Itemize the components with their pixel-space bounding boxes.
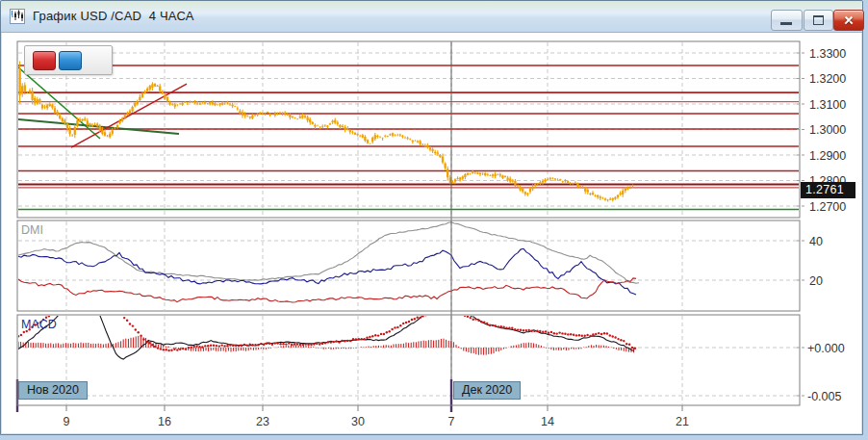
macd-signal-dot	[23, 331, 25, 333]
macd-label: MACD	[21, 318, 57, 331]
macd-signal-dot	[313, 343, 315, 345]
macd-signal-dot	[120, 313, 122, 315]
macd-signal-dot	[291, 344, 293, 346]
macd-signal-dot	[145, 341, 147, 343]
macd-signal-dot	[310, 344, 312, 346]
macd-signal-dot	[567, 333, 569, 335]
macd-signal-dot	[361, 338, 363, 340]
macd-signal-dot	[221, 344, 223, 346]
macd-signal-dot	[243, 344, 245, 346]
chart-plot-area[interactable]: 1.33001.32001.31001.30001.29001.28001.27…	[1, 1, 862, 434]
main-chart-layer	[17, 65, 800, 209]
macd-signal-dot	[386, 331, 388, 333]
macd-signal-dot	[59, 307, 61, 309]
macd-signal-dot	[511, 327, 513, 329]
macd-signal-dot	[424, 314, 426, 316]
dmi-axis-label: 20	[809, 274, 823, 288]
macd-signal-dot	[545, 330, 547, 332]
marker-toolbar	[24, 45, 113, 75]
macd-signal-dot	[584, 335, 586, 337]
macd-signal-dot	[210, 345, 212, 347]
macd-signal-dot	[232, 345, 234, 347]
macd-signal-dot	[349, 340, 351, 342]
macd-signal-dot	[609, 334, 611, 336]
macd-signal-dot	[430, 312, 432, 314]
macd-signal-dot	[439, 311, 441, 313]
minimize-icon	[780, 22, 792, 25]
price-axis-label: 1.2700	[809, 200, 846, 214]
macd-signal-dot	[176, 349, 178, 350]
macd-signal-dot	[274, 342, 276, 344]
macd-signal-dot	[285, 343, 287, 345]
macd-signal-dot	[480, 321, 482, 323]
macd-signal-dot	[612, 335, 614, 337]
macd-signal-dot	[277, 342, 279, 344]
macd-signal-dot	[625, 343, 627, 345]
macd-signal-dot	[631, 347, 633, 349]
dmi-label: DMI	[21, 223, 43, 237]
macd-signal-dot	[223, 345, 225, 347]
macd-signal-dot	[352, 338, 354, 340]
macd-signal-dot	[523, 329, 524, 331]
macd-signal-dot	[408, 321, 410, 323]
macd-signal-dot	[374, 334, 376, 336]
macd-signal-dot	[369, 336, 370, 338]
macd-layer	[17, 295, 636, 359]
macd-signal-dot	[92, 297, 94, 298]
macd-signal-dot	[461, 313, 463, 315]
macd-signal-dot	[517, 328, 519, 330]
macd-signal-dot	[249, 344, 251, 346]
macd-signal-dot	[193, 346, 195, 348]
panel-border	[17, 220, 800, 311]
macd-signal-dot	[204, 345, 206, 347]
macd-signal-dot	[389, 330, 391, 332]
macd-signal-dot	[620, 339, 622, 341]
macd-signal-dot	[383, 333, 385, 335]
macd-signal-dot	[603, 332, 605, 334]
window-title: График USD /CAD 4 ЧАСА	[33, 9, 194, 23]
macd-signal-dot	[163, 349, 165, 350]
macd-signal-dot	[508, 327, 510, 329]
macd-signal-dot	[483, 322, 485, 324]
macd-signal-dot	[254, 344, 256, 346]
macd-signal-dot	[148, 342, 150, 344]
macd-signal-dot	[542, 331, 544, 333]
macd-signal-dot	[89, 296, 91, 298]
macd-signal-dot	[302, 344, 304, 346]
dmi-layer	[18, 222, 639, 302]
title-bar[interactable]: График USD /CAD 4 ЧАСА	[1, 1, 862, 33]
macd-signal-dot	[319, 343, 320, 345]
macd-signal-dot	[51, 313, 53, 315]
macd-signal-dot	[251, 344, 253, 346]
macd-signal-dot	[556, 332, 558, 334]
macd-signal-dot	[95, 298, 97, 299]
macd-signal-dot	[257, 344, 259, 346]
time-axis-label: 14	[541, 415, 554, 428]
macd-signal-dot	[467, 316, 469, 318]
macd-signal-dot	[166, 349, 167, 350]
blue-marker-button[interactable]	[59, 51, 82, 70]
macd-signal-dot	[195, 346, 197, 348]
macd-signal-dot	[634, 348, 636, 349]
panel-border	[17, 41, 800, 218]
dmi-line-adx	[18, 222, 639, 284]
macd-signal-dot	[268, 343, 270, 345]
maximize-button[interactable]	[804, 10, 833, 31]
macd-signal-dot	[132, 324, 134, 326]
close-button[interactable]	[833, 10, 864, 31]
macd-signal-dot	[470, 317, 472, 319]
macd-signal-dot	[380, 333, 382, 335]
macd-signal-dot	[514, 328, 516, 330]
minimize-button[interactable]	[771, 10, 803, 31]
macd-signal-dot	[358, 338, 360, 340]
macd-signal-dot	[366, 337, 368, 339]
macd-signal-dot	[207, 345, 209, 347]
time-axis-label: 16	[158, 415, 171, 428]
dmi-axis-label: 40	[809, 235, 823, 248]
macd-signal-dot	[185, 348, 187, 349]
macd-signal-dot	[464, 315, 466, 317]
macd-signal-dot	[266, 343, 268, 345]
macd-signal-dot	[101, 299, 103, 301]
macd-signal-dot	[458, 312, 460, 314]
red-marker-button[interactable]	[33, 51, 56, 70]
